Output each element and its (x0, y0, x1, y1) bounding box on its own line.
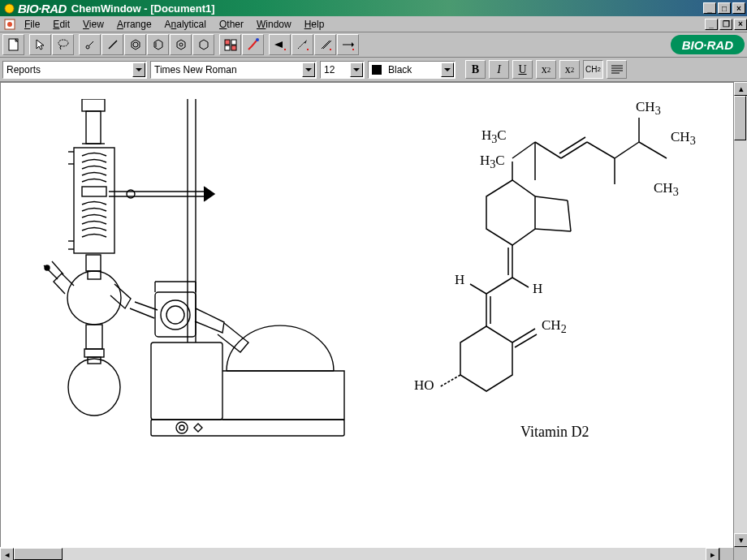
justify-button[interactable] (607, 60, 627, 79)
bond-tool[interactable] (101, 34, 123, 55)
bond-slash-tool[interactable] (314, 34, 336, 55)
arrow-dash-tool[interactable] (291, 34, 313, 55)
label-h3c-ring: H (480, 153, 490, 168)
app-icon (3, 2, 15, 15)
arrow-fill-tool[interactable] (269, 34, 291, 55)
doc-minimize-button[interactable]: _ (705, 19, 718, 30)
svg-point-66 (179, 425, 184, 430)
maximize-button[interactable]: □ (718, 2, 731, 14)
chevron-down-icon[interactable] (302, 62, 315, 77)
label-h-right: H (533, 281, 542, 297)
svg-rect-17 (225, 45, 230, 50)
menu-view[interactable]: View (76, 17, 110, 32)
menu-window[interactable]: Window (250, 17, 298, 32)
toolbar: BIO·RAD (0, 32, 747, 58)
horizontal-scrollbar[interactable]: ◂ ▸ (0, 547, 733, 560)
menu-arrange[interactable]: Arrange (110, 17, 158, 32)
brush-tool[interactable] (242, 34, 264, 55)
scroll-up-button[interactable]: ▴ (734, 82, 747, 96)
scroll-left-button[interactable]: ◂ (0, 548, 14, 560)
chevron-down-icon[interactable] (350, 62, 363, 77)
chevron-down-icon[interactable] (441, 62, 454, 77)
svg-point-13 (179, 43, 183, 46)
scroll-right-button[interactable]: ▸ (706, 548, 719, 560)
svg-rect-49 (88, 271, 101, 279)
atom-tool[interactable] (79, 34, 101, 55)
svg-line-90 (512, 329, 535, 342)
document-icon (4, 19, 15, 30)
svg-line-78 (535, 196, 568, 200)
italic-button[interactable]: I (489, 60, 509, 79)
svg-point-47 (45, 265, 50, 270)
svg-marker-14 (200, 40, 208, 50)
underline-button[interactable]: U (512, 60, 533, 79)
svg-marker-12 (177, 40, 185, 50)
periodic-table-tool[interactable] (219, 34, 241, 55)
label-ch2: CH (542, 317, 561, 333)
label-ch3-right: CH (671, 129, 690, 144)
svg-rect-51 (84, 349, 104, 357)
svg-point-2 (7, 22, 12, 27)
label-h-left: H (455, 272, 464, 288)
svg-point-0 (5, 3, 14, 12)
svg-line-87 (512, 278, 529, 287)
doc-restore-button[interactable]: ❐ (719, 19, 732, 30)
svg-line-54 (135, 302, 158, 310)
svg-marker-89 (460, 326, 512, 391)
label-h3c-chain: H (481, 127, 491, 143)
svg-line-79 (568, 200, 571, 231)
ch2-button[interactable]: CH2 (583, 60, 603, 79)
scroll-down-button[interactable]: ▾ (734, 533, 747, 547)
menu-help[interactable]: Help (298, 17, 331, 32)
minimize-button[interactable]: _ (703, 2, 716, 14)
color-swatch (372, 65, 382, 75)
new-document-button[interactable] (2, 34, 24, 55)
close-button[interactable]: × (732, 2, 745, 14)
molecule-name: Vitamin D2 (520, 424, 589, 441)
canvas-area: CH3 H3C CH3 H3C CH3 H H CH2 HO Vitamin D… (0, 82, 747, 560)
svg-line-21 (298, 42, 304, 49)
titlebar: BIO·RAD ChemWindow - [Document1] _ □ × (0, 0, 747, 16)
lasso-tool[interactable] (52, 34, 74, 55)
menu-edit[interactable]: Edit (46, 17, 76, 32)
hexagon-tool[interactable] (192, 34, 214, 55)
subscript-button[interactable]: x2 (536, 60, 556, 79)
label-ch3-top: CH (636, 99, 655, 114)
svg-point-52 (68, 359, 120, 416)
svg-point-5 (86, 45, 89, 49)
menu-file-rest: ile (30, 19, 40, 30)
svg-rect-16 (231, 40, 236, 45)
svg-rect-18 (231, 45, 236, 50)
svg-line-92 (439, 375, 460, 387)
svg-line-74 (639, 142, 667, 158)
document-canvas[interactable]: CH3 H3C CH3 H3C CH3 H H CH2 HO Vitamin D… (0, 82, 733, 547)
menu-analytical[interactable]: Analytical (158, 17, 213, 32)
ring-double-tool[interactable] (147, 34, 169, 55)
svg-rect-37 (74, 148, 114, 253)
format-bar: Reports Times New Roman 12 Black B I U x… (0, 58, 747, 82)
arrow-right-tool[interactable] (337, 34, 359, 55)
svg-point-19 (256, 38, 259, 41)
doc-close-button[interactable]: × (734, 19, 747, 30)
svg-line-24 (323, 41, 331, 49)
color-combo[interactable]: Black (368, 61, 456, 79)
superscript-button[interactable]: x2 (559, 60, 580, 79)
benzene-tool[interactable] (124, 34, 146, 55)
svg-rect-35 (86, 111, 101, 144)
svg-point-9 (133, 42, 138, 47)
font-combo[interactable]: Times New Roman (150, 61, 317, 79)
svg-line-6 (89, 41, 93, 45)
pointer-tool[interactable] (29, 34, 51, 55)
menu-file[interactable]: File (18, 17, 46, 32)
vertical-scrollbar[interactable]: ▴ ▾ (733, 82, 747, 560)
chevron-down-icon[interactable] (132, 62, 145, 77)
size-combo[interactable]: 12 (320, 61, 365, 79)
svg-line-55 (130, 308, 154, 318)
cyclohexane-tool[interactable] (170, 34, 192, 55)
menu-other[interactable]: Other (213, 17, 250, 32)
svg-line-68 (535, 142, 561, 158)
bold-button[interactable]: B (465, 60, 486, 79)
brand-logo: BIO·RAD (671, 35, 745, 54)
style-combo[interactable]: Reports (2, 61, 147, 79)
color-value: Black (385, 64, 440, 75)
